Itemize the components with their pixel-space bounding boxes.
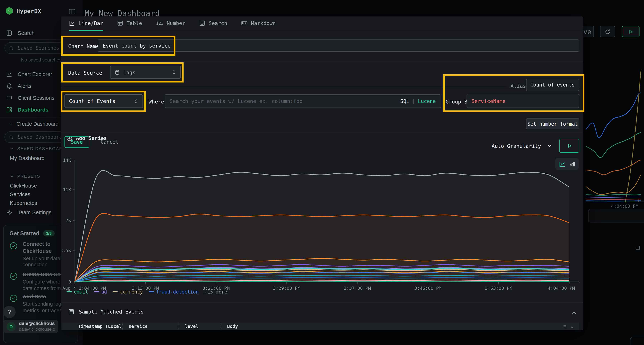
- user-menu[interactable]: D dale@clickhouse.c dale@clickhouse.com'…: [3, 320, 58, 333]
- sidebar-item-label: Client Sessions: [18, 95, 54, 101]
- sidebar-item-my-dashboard[interactable]: My Dashboard: [10, 155, 44, 161]
- cancel-button[interactable]: Cancel: [100, 139, 118, 145]
- legend-item-currency[interactable]: currency: [113, 289, 143, 295]
- brand[interactable]: ⚡ HyperDX: [6, 7, 41, 15]
- legend-item-email[interactable]: email: [66, 289, 88, 295]
- resize-handle-icon[interactable]: [635, 245, 640, 250]
- 123-icon: 123: [156, 21, 163, 25]
- save-button[interactable]: Save: [64, 136, 89, 148]
- sidebar-item-clickhouse[interactable]: ClickHouse: [10, 183, 37, 189]
- download-icon[interactable]: ↓: [570, 324, 573, 329]
- toggle-separator: |: [412, 98, 415, 104]
- chevron-down-icon: [10, 147, 14, 151]
- tab-number[interactable]: 123Number: [156, 16, 185, 31]
- legend-swatch: [149, 291, 154, 292]
- chart-name-input-wrap: [98, 39, 579, 52]
- check-circle-icon: [10, 271, 18, 292]
- legend-label: fraud-detection: [156, 289, 198, 295]
- group-by-input[interactable]: [467, 98, 578, 104]
- play-icon: [566, 143, 572, 148]
- tab-label: Line/Bar: [78, 20, 103, 26]
- column-header-timestamp-local-[interactable]: Timestamp (Local): [62, 323, 122, 331]
- section-label: PRESETS: [17, 174, 40, 179]
- column-header-level[interactable]: level: [179, 323, 221, 331]
- background-panel: [588, 209, 644, 223]
- chart-legend: emailadcurrencyfraud-detection+15 more: [66, 289, 227, 295]
- line-chart-icon[interactable]: [559, 161, 566, 167]
- create-dashboard-label: Create Dashboard: [16, 121, 58, 127]
- get-started-badge: 3/3: [43, 230, 54, 236]
- add-series-button[interactable]: Add Series: [129, 135, 170, 141]
- aggregation-value: Count of Events: [69, 98, 130, 104]
- brand-name: HyperDX: [16, 7, 41, 14]
- dashboard-grid-icon: [6, 106, 12, 113]
- chevron-down-icon: [547, 143, 552, 148]
- sidebar-item-services[interactable]: Services: [10, 191, 30, 197]
- alias-input[interactable]: [526, 82, 579, 88]
- chevron-up-icon[interactable]: [571, 310, 577, 316]
- legend-item-ad[interactable]: ad: [94, 289, 107, 295]
- chart-name-input[interactable]: [98, 42, 579, 49]
- tab-search[interactable]: Search: [199, 16, 227, 31]
- legend-swatch: [66, 291, 72, 292]
- granularity-select[interactable]: Auto Granularity: [488, 139, 556, 153]
- tab-table[interactable]: Table: [117, 16, 142, 31]
- set-number-format-button[interactable]: Set number format: [526, 118, 579, 129]
- bar-chart-icon[interactable]: [569, 161, 575, 167]
- chevron-down-icon: [10, 174, 14, 178]
- legend-item-fraud-detection[interactable]: fraud-detection: [149, 289, 199, 295]
- refresh-icon: [605, 28, 611, 35]
- chart-line-icon: [6, 71, 12, 77]
- legend-label: ad: [101, 289, 107, 295]
- where-label: Where: [149, 98, 164, 105]
- legend-swatch: [94, 291, 99, 292]
- line-chart-canvas: 03.5K7K11K14KAug 4 3:04:00 PM3:13:00 PM3…: [62, 157, 582, 293]
- legend-label: email: [74, 289, 88, 295]
- aggregation-select[interactable]: Count of Events: [64, 94, 143, 108]
- refresh-button[interactable]: [600, 26, 615, 37]
- table-icon: [117, 20, 123, 26]
- get-started-title: Get Started: [10, 230, 39, 236]
- lucene-toggle[interactable]: Lucene: [418, 98, 436, 104]
- user-subtitle: dale@clickhouse.com's: [19, 327, 55, 332]
- help-label: ?: [8, 309, 11, 315]
- alias-input-wrap: [526, 79, 579, 91]
- column-header-body[interactable]: Body: [221, 323, 563, 331]
- sql-toggle[interactable]: SQL: [400, 98, 409, 104]
- save-dashboard-label: ve: [583, 28, 591, 35]
- where-input[interactable]: [165, 98, 441, 104]
- line-chart-icon: [69, 20, 75, 26]
- filter-icon[interactable]: ≡: [563, 324, 566, 329]
- screen: ⚡ HyperDX Search No saved searches Chart…: [0, 0, 644, 345]
- save-label: Save: [71, 139, 83, 145]
- svg-text:3:37:00 PM: 3:37:00 PM: [344, 286, 371, 291]
- sidebar-item-kubernetes[interactable]: Kubernetes: [10, 200, 37, 206]
- plus-icon: +: [10, 121, 13, 127]
- data-source-select[interactable]: Logs: [110, 66, 181, 79]
- column-header-service[interactable]: service: [122, 323, 179, 331]
- chart-editor-modal: Line/BarTable123NumberSearchMarkdown Cha…: [61, 16, 583, 330]
- run-chart-button[interactable]: [560, 139, 579, 153]
- doc-lines-icon: [199, 20, 205, 26]
- tab-label: Number: [167, 20, 185, 26]
- svg-text:14K: 14K: [63, 158, 71, 163]
- doc-lines-icon: [6, 30, 12, 36]
- sidebar-item-label: Alerts: [18, 83, 31, 89]
- tab-line-bar[interactable]: Line/Bar: [69, 16, 103, 31]
- avatar: D: [6, 322, 16, 331]
- team-settings-label: Team Settings: [18, 209, 52, 215]
- legend-more-link[interactable]: +15 more: [204, 289, 227, 295]
- svg-text:7K: 7K: [66, 218, 71, 223]
- chart-name-label: Chart Name: [68, 43, 99, 49]
- collapse-sidebar-icon[interactable]: [68, 8, 76, 15]
- legend-label: currency: [120, 289, 143, 295]
- database-icon: [115, 69, 120, 75]
- check-circle-icon: [10, 241, 18, 269]
- events-table-header: Timestamp (Local)servicelevelBody≡↓: [62, 323, 579, 331]
- help-button[interactable]: ?: [3, 306, 16, 318]
- sample-events-header[interactable]: Sample Matched Events: [68, 309, 144, 315]
- svg-text:4:04:00 PM: 4:04:00 PM: [548, 286, 575, 291]
- run-query-button[interactable]: [622, 26, 640, 37]
- tab-markdown[interactable]: Markdown: [241, 16, 276, 31]
- updown-chevron-icon: [172, 69, 176, 75]
